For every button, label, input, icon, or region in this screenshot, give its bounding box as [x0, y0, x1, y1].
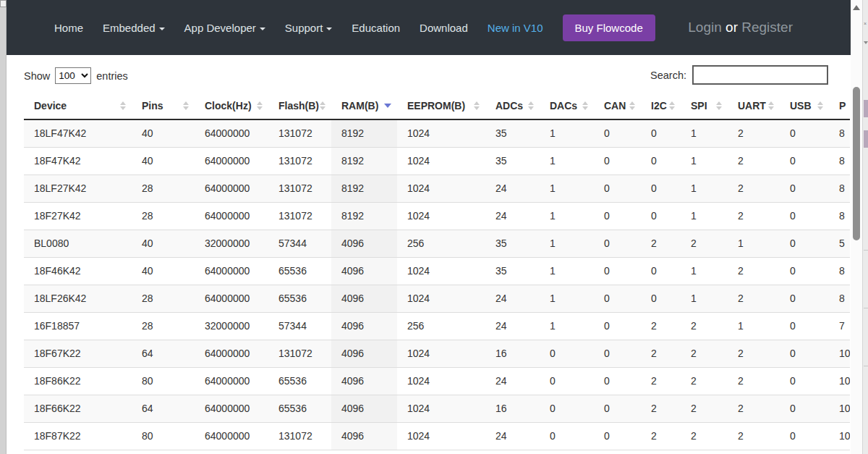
- cell: 8: [829, 203, 850, 230]
- column-header-p[interactable]: P: [829, 93, 850, 119]
- cell: 0: [780, 230, 829, 258]
- cell: 64000000: [195, 119, 268, 148]
- column-header-spi[interactable]: SPI: [681, 93, 728, 119]
- column-header-pins[interactable]: Pins: [132, 93, 195, 119]
- cell: 2: [728, 368, 780, 395]
- search-input[interactable]: [692, 65, 828, 85]
- cell: 57344: [268, 313, 331, 340]
- cell: 0: [780, 285, 829, 313]
- login-link[interactable]: Login: [688, 20, 722, 35]
- cell: 2: [728, 119, 780, 148]
- navbar: Home Embedded App Developer Support Educ…: [7, 0, 851, 55]
- cell: 1024: [397, 203, 485, 230]
- nav-item-support[interactable]: Support: [285, 22, 333, 34]
- column-header-ram-b-[interactable]: RAM(B): [331, 93, 397, 119]
- column-header-usb[interactable]: USB: [780, 93, 829, 119]
- cell: 64000000: [195, 423, 268, 450]
- cell: 1: [540, 119, 594, 148]
- table-row: BL00804032000000573444096256351022105: [24, 230, 850, 258]
- cell: 18F87K22: [24, 423, 132, 450]
- nav-item-education[interactable]: Education: [352, 22, 400, 34]
- cell: 2: [641, 340, 681, 368]
- cell: 2: [681, 368, 728, 395]
- cell: 24: [485, 285, 540, 313]
- header-row: DevicePinsClock(Hz)Flash(B)RAM(B)EEPROM(…: [24, 93, 850, 119]
- cell: 1024: [397, 175, 485, 203]
- nav-item-download[interactable]: Download: [420, 22, 468, 34]
- cell: 0: [594, 340, 641, 368]
- cell: 0: [780, 313, 829, 340]
- cell: 256: [397, 313, 485, 340]
- edge-mark: [864, 130, 868, 148]
- cell: 1024: [397, 340, 485, 368]
- cell: 64000000: [195, 340, 268, 368]
- cell: 256: [397, 230, 485, 258]
- show-label: Show: [24, 70, 50, 82]
- cell: 8192: [331, 119, 397, 148]
- cell: 5: [829, 230, 850, 258]
- register-link[interactable]: Register: [741, 20, 793, 35]
- cell: 35: [485, 119, 540, 148]
- column-header-uart[interactable]: UART: [728, 93, 780, 119]
- cell: 24: [485, 368, 540, 395]
- cell: 4096: [331, 285, 397, 313]
- table-row: 18F86K2280640000006553640961024240022201…: [24, 368, 850, 395]
- table-row: 18F66K2264640000006553640961024160022201…: [24, 395, 850, 423]
- cell: 8: [829, 285, 850, 313]
- table-row: 16F188572832000000573444096256241022107: [24, 313, 850, 340]
- nav-item-new-in-v10[interactable]: New in V10: [488, 22, 543, 34]
- cell: 2: [641, 423, 681, 450]
- cell: 8: [829, 175, 850, 203]
- column-header-dacs[interactable]: DACs: [540, 93, 594, 119]
- cell: 2: [728, 258, 780, 285]
- column-header-eeprom-b-[interactable]: EEPROM(B): [397, 93, 485, 119]
- cell: 0: [594, 148, 641, 175]
- column-label: P: [839, 100, 846, 112]
- cell: 131072: [268, 340, 331, 368]
- column-label: Clock(Hz): [205, 100, 252, 112]
- cell: 4096: [331, 230, 397, 258]
- sort-both-icon: [582, 101, 588, 110]
- cell: 2: [728, 148, 780, 175]
- column-label: UART: [738, 100, 766, 112]
- sort-both-icon: [528, 101, 534, 110]
- cell: 65536: [268, 395, 331, 423]
- cell: 18LF26K42: [24, 285, 132, 313]
- column-header-clock-hz-[interactable]: Clock(Hz): [195, 93, 268, 119]
- cell: 1024: [397, 368, 485, 395]
- cell: 0: [780, 368, 829, 395]
- cell: 2: [728, 340, 780, 368]
- cell: 1: [540, 285, 594, 313]
- nav-item-home[interactable]: Home: [54, 22, 83, 34]
- column-label: RAM(B): [341, 100, 378, 112]
- vertical-scrollbar[interactable]: [851, 0, 862, 454]
- nav-item-embedded[interactable]: Embedded: [103, 22, 165, 34]
- column-label: ADCs: [495, 100, 523, 112]
- cell: 16: [485, 340, 540, 368]
- scrollbar-thumb[interactable]: [853, 87, 860, 240]
- scrollbar-up-arrow-icon[interactable]: [853, 5, 860, 10]
- cell: 0: [780, 423, 829, 450]
- cell: 1: [540, 258, 594, 285]
- cell: 1: [540, 313, 594, 340]
- cell: 1024: [397, 119, 485, 148]
- sort-both-icon: [257, 101, 263, 110]
- show-entries-control: Show 100 entries: [24, 67, 128, 84]
- device-table-container: DevicePinsClock(Hz)Flash(B)RAM(B)EEPROM(…: [24, 93, 850, 454]
- column-header-flash-b-[interactable]: Flash(B): [268, 93, 331, 119]
- buy-flowcode-button[interactable]: Buy Flowcode: [563, 14, 655, 41]
- cell: 2: [641, 368, 681, 395]
- column-header-i2c[interactable]: I2C: [641, 93, 681, 119]
- column-header-adcs[interactable]: ADCs: [485, 93, 540, 119]
- column-header-can[interactable]: CAN: [594, 93, 641, 119]
- cell: 18LF47K42: [24, 119, 132, 148]
- column-header-device[interactable]: Device: [24, 93, 132, 119]
- cell: 0: [780, 148, 829, 175]
- nav-item-app-developer[interactable]: App Developer: [184, 22, 265, 34]
- table-row: 18F46K4240640000006553640961024351001208: [24, 258, 850, 285]
- show-entries-select[interactable]: 100: [55, 67, 91, 84]
- cell: 2: [681, 423, 728, 450]
- cell: 40: [132, 148, 195, 175]
- login-register-links: Login or Register: [688, 20, 793, 35]
- cell: 0: [780, 395, 829, 423]
